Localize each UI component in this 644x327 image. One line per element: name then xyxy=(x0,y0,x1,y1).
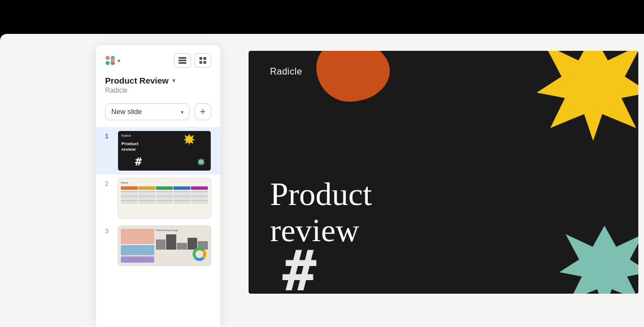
slide-canvas[interactable]: Radicle Product review # xyxy=(249,51,638,294)
thumb-3-title: Daily learning average xyxy=(156,229,208,232)
toolbar-left: ▾ xyxy=(105,55,120,66)
grid-view-icon xyxy=(199,57,206,64)
svg-rect-5 xyxy=(179,57,186,59)
thumb-3-bar-2 xyxy=(166,234,176,250)
slide-thumbnail-1: Radicle Productreview # xyxy=(118,130,211,171)
svg-rect-9 xyxy=(203,57,206,60)
sidebar-toolbar: ▾ xyxy=(96,45,220,73)
project-subtitle: Radicle xyxy=(105,86,211,94)
main-canvas: Radicle Product review # xyxy=(243,34,644,327)
slide-thumbnail-2: Radicle xyxy=(118,178,211,219)
thumb-2-row-5 xyxy=(121,200,208,202)
grid-view-button[interactable] xyxy=(194,53,211,68)
toolbar-icons xyxy=(174,53,211,68)
thumb-3-left xyxy=(121,229,154,263)
new-slide-bar: New slide ▾ + xyxy=(96,99,220,125)
slide-number-2: 2 xyxy=(105,180,113,187)
thumb-1-hash: # xyxy=(135,155,142,168)
thumb-1-blob-teal xyxy=(197,158,205,166)
slide-thumbnail-3: Daily learning average xyxy=(118,225,211,266)
blob-teal xyxy=(559,226,638,294)
slide-number-1: 1 xyxy=(105,133,113,139)
thumb-3-pink-block xyxy=(121,229,154,244)
figma-icon[interactable]: ▾ xyxy=(105,55,120,66)
svg-rect-0 xyxy=(106,56,110,60)
thumb-2-cell-2 xyxy=(138,186,155,190)
blob-yellow xyxy=(537,51,638,141)
thumb-3-bar-1 xyxy=(156,239,166,250)
list-view-button[interactable] xyxy=(174,53,191,68)
new-slide-label: New slide xyxy=(111,108,142,116)
svg-rect-2 xyxy=(106,61,110,65)
project-title-text: Product Review xyxy=(105,76,169,85)
thumb-2-cell-3 xyxy=(156,186,173,190)
thumb-2-row-2 xyxy=(121,193,208,195)
figma-logo-svg xyxy=(105,55,115,66)
svg-rect-11 xyxy=(203,61,206,64)
slides-list: 1 Radicle Productreview # 2 Radicle xyxy=(96,125,220,327)
canvas-brand: Radicle xyxy=(270,67,302,77)
svg-point-4 xyxy=(111,59,115,63)
project-title-chevron: ▾ xyxy=(172,77,175,84)
figma-chevron: ▾ xyxy=(118,58,120,64)
slide-item-2[interactable]: 2 Radicle xyxy=(96,175,220,222)
slide-item-3[interactable]: 3 Daily learning average xyxy=(96,222,220,269)
thumb-2-cell-4 xyxy=(173,186,190,190)
thumb-2-cell-5 xyxy=(191,186,208,190)
thumb-2-cell-1 xyxy=(121,186,138,190)
thumb-2-rows xyxy=(121,191,208,204)
thumb-2-row-1 xyxy=(121,191,208,193)
add-slide-button[interactable]: + xyxy=(194,103,211,120)
thumb-2-table xyxy=(121,186,208,190)
slide-number-3: 3 xyxy=(105,228,113,234)
blob-orange xyxy=(316,51,390,102)
svg-rect-6 xyxy=(179,60,186,62)
thumb-2-row-3 xyxy=(121,195,208,197)
thumb-3-bar-3 xyxy=(177,243,187,250)
thumb-3-blue-block xyxy=(121,245,154,255)
svg-rect-7 xyxy=(179,62,186,64)
thumb-1-brand: Radicle xyxy=(121,134,131,137)
thumb-2-row-4 xyxy=(121,198,208,199)
canvas-hash: # xyxy=(282,243,316,294)
thumb-3-purple-block xyxy=(121,256,154,263)
sidebar: ▾ Product Review xyxy=(96,45,220,327)
thumb-1-text: Productreview xyxy=(121,141,138,152)
thumb-3-donut xyxy=(193,247,206,261)
new-slide-button[interactable]: New slide ▾ xyxy=(105,103,190,120)
thumb-2-brand: Radicle xyxy=(121,181,208,184)
svg-rect-10 xyxy=(199,61,202,64)
sidebar-header: Product Review ▾ Radicle xyxy=(96,73,220,99)
thumb-2-row-6 xyxy=(121,202,208,204)
canvas-title-line1: Product xyxy=(270,176,372,212)
svg-rect-8 xyxy=(199,57,202,60)
project-title[interactable]: Product Review ▾ xyxy=(105,76,211,85)
thumb-1-blob-yellow xyxy=(184,134,195,145)
list-view-icon xyxy=(179,57,186,64)
slide-item-1[interactable]: 1 Radicle Productreview # xyxy=(96,127,220,175)
new-slide-chevron: ▾ xyxy=(181,109,184,115)
